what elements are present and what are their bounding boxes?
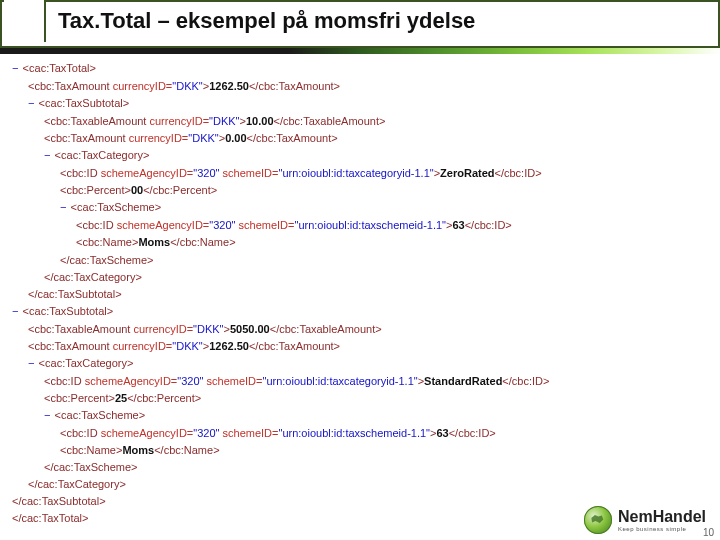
brand-name: NemHandel Keep business simple xyxy=(618,508,706,532)
footer-logo: NemHandel Keep business simple xyxy=(584,506,706,534)
slide: Tax.Total – eksempel på momsfri ydelse −… xyxy=(0,0,720,540)
globe-icon xyxy=(584,506,612,534)
xml-code-block: −<cac:TaxTotal> <cbc:TaxAmount currencyI… xyxy=(0,54,720,527)
slide-title: Tax.Total – eksempel på momsfri ydelse xyxy=(58,8,475,34)
page-number: 10 xyxy=(703,527,714,538)
title-bar: Tax.Total – eksempel på momsfri ydelse xyxy=(0,0,720,48)
title-accent-box xyxy=(4,0,46,42)
